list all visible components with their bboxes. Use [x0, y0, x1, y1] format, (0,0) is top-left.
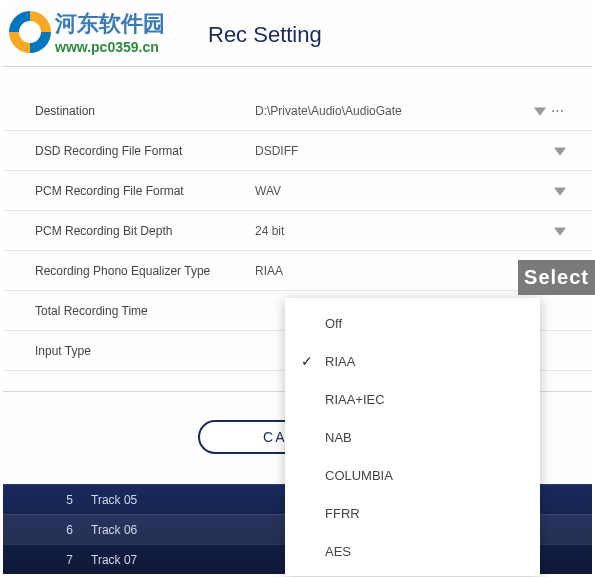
track-number: 5: [45, 493, 73, 507]
dropdown-option[interactable]: FFRR: [285, 494, 540, 532]
track-number: 6: [45, 523, 73, 537]
setting-value: D:\Private\Audio\AudioGate: [255, 104, 532, 118]
track-number: 7: [45, 553, 73, 567]
browse-button[interactable]: ···: [548, 104, 568, 118]
chevron-down-icon[interactable]: [552, 223, 568, 239]
dialog-title: Rec Setting: [208, 22, 322, 48]
setting-value: RIAA: [255, 264, 552, 278]
dropdown-option[interactable]: AES: [285, 532, 540, 570]
chevron-down-icon[interactable]: [552, 183, 568, 199]
chevron-down-icon[interactable]: [532, 103, 548, 119]
setting-row: PCM Recording File FormatWAV: [3, 171, 592, 211]
setting-row: DestinationD:\Private\Audio\AudioGate···: [3, 91, 592, 131]
watermark-url: www.pc0359.cn: [55, 39, 165, 55]
select-callout: Select: [518, 260, 595, 295]
setting-label: Destination: [35, 104, 255, 118]
setting-value: WAV: [255, 184, 552, 198]
dropdown-option[interactable]: RIAA: [285, 342, 540, 380]
setting-row: PCM Recording Bit Depth24 bit: [3, 211, 592, 251]
setting-value: DSDIFF: [255, 144, 552, 158]
dropdown-option[interactable]: NAB: [285, 418, 540, 456]
setting-label: Total Recording Time: [35, 304, 255, 318]
setting-label: PCM Recording Bit Depth: [35, 224, 255, 238]
setting-value: 24 bit: [255, 224, 552, 238]
dropdown-option[interactable]: COLUMBIA: [285, 456, 540, 494]
track-name: Track 05: [91, 493, 137, 507]
watermark: 河东软件园 www.pc0359.cn: [9, 9, 165, 55]
watermark-logo-icon: [9, 11, 51, 53]
track-name: Track 06: [91, 523, 137, 537]
setting-label: PCM Recording File Format: [35, 184, 255, 198]
track-name: Track 07: [91, 553, 137, 567]
chevron-down-icon[interactable]: [552, 143, 568, 159]
watermark-title: 河东软件园: [55, 9, 165, 39]
setting-label: Input Type: [35, 344, 255, 358]
setting-label: Recording Phono Equalizer Type: [35, 264, 255, 278]
setting-label: DSD Recording File Format: [35, 144, 255, 158]
dropdown-option[interactable]: RIAA+IEC: [285, 380, 540, 418]
setting-row: Recording Phono Equalizer TypeRIAA: [3, 251, 592, 291]
dropdown-option[interactable]: Off: [285, 304, 540, 342]
setting-row: DSD Recording File FormatDSDIFF: [3, 131, 592, 171]
phono-eq-dropdown[interactable]: OffRIAARIAA+IECNABCOLUMBIAFFRRAES: [285, 298, 540, 576]
